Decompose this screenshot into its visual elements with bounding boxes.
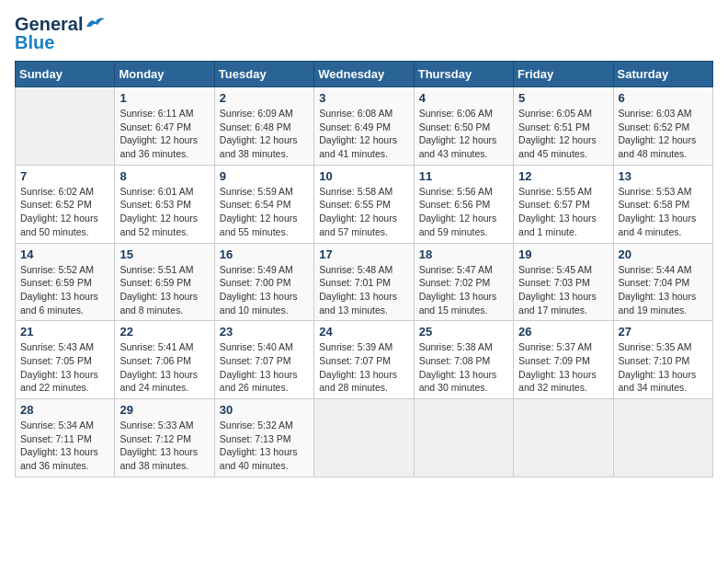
- day-number: 26: [518, 325, 608, 339]
- calendar-table: SundayMondayTuesdayWednesdayThursdayFrid…: [15, 61, 713, 477]
- calendar-cell: 20Sunrise: 5:44 AM Sunset: 7:04 PM Dayli…: [613, 243, 712, 321]
- logo-general-text: General: [15, 15, 83, 33]
- calendar-cell: 28Sunrise: 5:34 AM Sunset: 7:11 PM Dayli…: [16, 399, 115, 477]
- day-number: 7: [20, 169, 109, 183]
- page-header: General Blue: [15, 15, 713, 52]
- day-info: Sunrise: 5:58 AM Sunset: 6:55 PM Dayligh…: [319, 185, 408, 239]
- day-info: Sunrise: 5:40 AM Sunset: 7:07 PM Dayligh…: [220, 340, 309, 395]
- calendar-cell: 12Sunrise: 5:55 AM Sunset: 6:57 PM Dayli…: [514, 165, 613, 243]
- day-info: Sunrise: 5:34 AM Sunset: 7:11 PM Dayligh…: [20, 419, 109, 473]
- day-number: 3: [319, 91, 408, 105]
- day-info: Sunrise: 5:38 AM Sunset: 7:08 PM Dayligh…: [419, 340, 508, 395]
- calendar-cell: 1Sunrise: 6:11 AM Sunset: 6:47 PM Daylig…: [115, 87, 214, 166]
- day-info: Sunrise: 5:47 AM Sunset: 7:02 PM Dayligh…: [419, 263, 508, 317]
- calendar-cell: [16, 87, 115, 166]
- day-number: 9: [220, 169, 309, 183]
- calendar-week-row: 1Sunrise: 6:11 AM Sunset: 6:47 PM Daylig…: [16, 87, 713, 166]
- calendar-cell: 17Sunrise: 5:48 AM Sunset: 7:01 PM Dayli…: [314, 243, 414, 321]
- day-info: Sunrise: 6:06 AM Sunset: 6:50 PM Dayligh…: [419, 107, 508, 161]
- calendar-week-row: 7Sunrise: 6:02 AM Sunset: 6:52 PM Daylig…: [16, 165, 713, 243]
- calendar-header-row: SundayMondayTuesdayWednesdayThursdayFrid…: [16, 62, 713, 87]
- day-info: Sunrise: 6:09 AM Sunset: 6:48 PM Dayligh…: [220, 107, 309, 161]
- logo: General Blue: [15, 15, 105, 52]
- day-number: 10: [319, 169, 408, 183]
- day-number: 2: [220, 91, 309, 105]
- logo-blue-text: Blue: [15, 33, 105, 52]
- calendar-cell: 30Sunrise: 5:32 AM Sunset: 7:13 PM Dayli…: [214, 399, 313, 477]
- day-number: 19: [518, 247, 608, 261]
- day-info: Sunrise: 5:49 AM Sunset: 7:00 PM Dayligh…: [220, 263, 309, 317]
- weekday-header-friday: Friday: [514, 62, 613, 87]
- day-number: 8: [119, 169, 209, 183]
- calendar-cell: 22Sunrise: 5:41 AM Sunset: 7:06 PM Dayli…: [115, 321, 214, 399]
- day-number: 12: [518, 169, 608, 183]
- calendar-cell: [613, 399, 712, 477]
- day-number: 20: [619, 247, 708, 261]
- day-info: Sunrise: 6:03 AM Sunset: 6:52 PM Dayligh…: [619, 107, 708, 161]
- logo-container: General Blue: [15, 15, 105, 52]
- calendar-cell: 18Sunrise: 5:47 AM Sunset: 7:02 PM Dayli…: [414, 243, 513, 321]
- calendar-cell: 14Sunrise: 5:52 AM Sunset: 6:59 PM Dayli…: [16, 243, 115, 321]
- day-number: 1: [119, 91, 209, 105]
- calendar-cell: [514, 399, 613, 477]
- day-number: 11: [419, 169, 508, 183]
- calendar-week-row: 28Sunrise: 5:34 AM Sunset: 7:11 PM Dayli…: [16, 399, 713, 477]
- day-info: Sunrise: 5:35 AM Sunset: 7:10 PM Dayligh…: [619, 340, 708, 395]
- calendar-week-row: 21Sunrise: 5:43 AM Sunset: 7:05 PM Dayli…: [16, 321, 713, 399]
- day-number: 27: [619, 325, 708, 339]
- day-info: Sunrise: 6:01 AM Sunset: 6:53 PM Dayligh…: [119, 185, 209, 239]
- day-info: Sunrise: 5:52 AM Sunset: 6:59 PM Dayligh…: [20, 263, 109, 317]
- day-number: 30: [220, 403, 309, 417]
- calendar-week-row: 14Sunrise: 5:52 AM Sunset: 6:59 PM Dayli…: [16, 243, 713, 321]
- day-info: Sunrise: 5:44 AM Sunset: 7:04 PM Dayligh…: [619, 263, 708, 317]
- logo-bird-icon: [85, 16, 105, 30]
- day-info: Sunrise: 6:05 AM Sunset: 6:51 PM Dayligh…: [518, 107, 608, 161]
- day-number: 6: [619, 91, 708, 105]
- calendar-cell: 10Sunrise: 5:58 AM Sunset: 6:55 PM Dayli…: [314, 165, 414, 243]
- day-number: 24: [319, 325, 408, 339]
- day-info: Sunrise: 5:53 AM Sunset: 6:58 PM Dayligh…: [619, 185, 708, 239]
- day-number: 15: [119, 247, 209, 261]
- weekday-header-thursday: Thursday: [414, 62, 513, 87]
- calendar-cell: 19Sunrise: 5:45 AM Sunset: 7:03 PM Dayli…: [514, 243, 613, 321]
- calendar-cell: 7Sunrise: 6:02 AM Sunset: 6:52 PM Daylig…: [16, 165, 115, 243]
- day-info: Sunrise: 5:32 AM Sunset: 7:13 PM Dayligh…: [220, 419, 309, 473]
- calendar-cell: 6Sunrise: 6:03 AM Sunset: 6:52 PM Daylig…: [613, 87, 712, 166]
- day-info: Sunrise: 6:08 AM Sunset: 6:49 PM Dayligh…: [319, 107, 408, 161]
- calendar-cell: 21Sunrise: 5:43 AM Sunset: 7:05 PM Dayli…: [16, 321, 115, 399]
- day-info: Sunrise: 5:39 AM Sunset: 7:07 PM Dayligh…: [319, 340, 408, 395]
- calendar-cell: [314, 399, 414, 477]
- day-info: Sunrise: 5:45 AM Sunset: 7:03 PM Dayligh…: [518, 263, 608, 317]
- day-number: 17: [319, 247, 408, 261]
- weekday-header-monday: Monday: [115, 62, 214, 87]
- day-info: Sunrise: 6:02 AM Sunset: 6:52 PM Dayligh…: [20, 185, 109, 239]
- day-info: Sunrise: 5:51 AM Sunset: 6:59 PM Dayligh…: [119, 263, 209, 317]
- day-number: 4: [419, 91, 508, 105]
- calendar-cell: [414, 399, 513, 477]
- calendar-cell: 23Sunrise: 5:40 AM Sunset: 7:07 PM Dayli…: [214, 321, 313, 399]
- calendar-cell: 15Sunrise: 5:51 AM Sunset: 6:59 PM Dayli…: [115, 243, 214, 321]
- weekday-header-saturday: Saturday: [613, 62, 712, 87]
- day-info: Sunrise: 5:48 AM Sunset: 7:01 PM Dayligh…: [319, 263, 408, 317]
- weekday-header-sunday: Sunday: [16, 62, 115, 87]
- weekday-header-wednesday: Wednesday: [314, 62, 414, 87]
- calendar-cell: 9Sunrise: 5:59 AM Sunset: 6:54 PM Daylig…: [214, 165, 313, 243]
- day-number: 28: [20, 403, 109, 417]
- day-number: 29: [119, 403, 209, 417]
- calendar-cell: 27Sunrise: 5:35 AM Sunset: 7:10 PM Dayli…: [613, 321, 712, 399]
- calendar-cell: 29Sunrise: 5:33 AM Sunset: 7:12 PM Dayli…: [115, 399, 214, 477]
- day-info: Sunrise: 5:55 AM Sunset: 6:57 PM Dayligh…: [518, 185, 608, 239]
- day-info: Sunrise: 6:11 AM Sunset: 6:47 PM Dayligh…: [119, 107, 209, 161]
- calendar-cell: 5Sunrise: 6:05 AM Sunset: 6:51 PM Daylig…: [514, 87, 613, 166]
- calendar-cell: 26Sunrise: 5:37 AM Sunset: 7:09 PM Dayli…: [514, 321, 613, 399]
- logo-text: General Blue: [15, 15, 105, 52]
- day-info: Sunrise: 5:56 AM Sunset: 6:56 PM Dayligh…: [419, 185, 508, 239]
- calendar-cell: 8Sunrise: 6:01 AM Sunset: 6:53 PM Daylig…: [115, 165, 214, 243]
- calendar-cell: 3Sunrise: 6:08 AM Sunset: 6:49 PM Daylig…: [314, 87, 414, 166]
- day-number: 23: [220, 325, 309, 339]
- day-number: 25: [419, 325, 508, 339]
- calendar-cell: 25Sunrise: 5:38 AM Sunset: 7:08 PM Dayli…: [414, 321, 513, 399]
- day-info: Sunrise: 5:59 AM Sunset: 6:54 PM Dayligh…: [220, 185, 309, 239]
- day-number: 16: [220, 247, 309, 261]
- day-info: Sunrise: 5:43 AM Sunset: 7:05 PM Dayligh…: [20, 340, 109, 395]
